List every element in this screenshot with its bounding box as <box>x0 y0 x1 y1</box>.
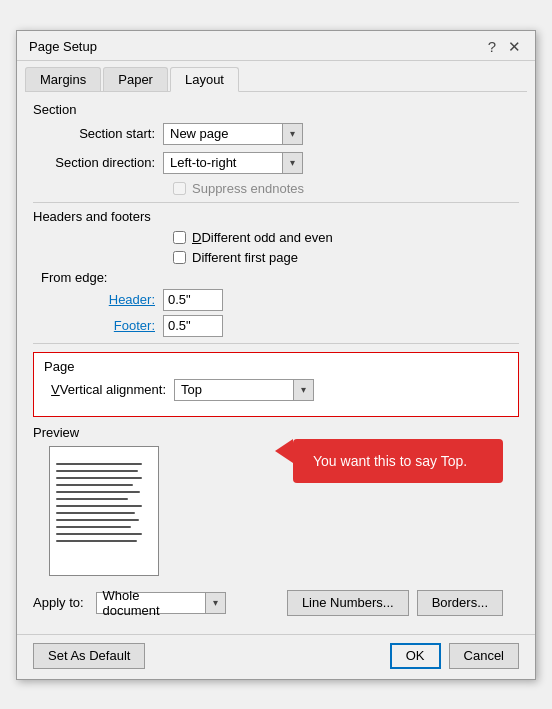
section-start-select[interactable]: New page ▾ <box>163 123 303 145</box>
apply-to-label: Apply to: <box>33 595 84 610</box>
vertical-alignment-row: VVertical alignment: Top ▾ <box>44 379 508 401</box>
section-direction-select[interactable]: Left-to-right ▾ <box>163 152 303 174</box>
title-bar-buttons: ? ✕ <box>486 39 523 54</box>
different-first-page-checkbox[interactable] <box>173 251 186 264</box>
vertical-alignment-label: VVertical alignment: <box>44 382 174 397</box>
different-odd-even-checkbox[interactable] <box>173 231 186 244</box>
tab-layout[interactable]: Layout <box>170 67 239 92</box>
section-start-row: Section start: New page ▾ <box>33 123 519 145</box>
ok-button[interactable]: OK <box>390 643 441 669</box>
dialog-title: Page Setup <box>29 39 97 54</box>
header-input[interactable] <box>163 289 223 311</box>
section-start-label: Section start: <box>33 126 163 141</box>
preview-line <box>56 505 142 507</box>
different-odd-even-label: DDifferent odd and even <box>192 230 333 245</box>
title-bar: Page Setup ? ✕ <box>17 31 535 61</box>
different-first-page-row: Different first page <box>33 250 519 265</box>
different-odd-even-row: DDifferent odd and even <box>33 230 519 245</box>
header-label: Header: <box>33 292 163 307</box>
tabs-row: Margins Paper Layout <box>17 61 535 91</box>
page-setup-dialog: Page Setup ? ✕ Margins Paper Layout Sect… <box>16 30 536 680</box>
dialog-footer: Set As Default OK Cancel <box>17 634 535 679</box>
line-numbers-button[interactable]: Line Numbers... <box>287 590 409 616</box>
headers-footers-label: Headers and footers <box>33 209 519 224</box>
tab-paper[interactable]: Paper <box>103 67 168 91</box>
preview-line <box>56 498 128 500</box>
preview-lines <box>56 463 152 542</box>
page-section-box: Page VVertical alignment: Top ▾ <box>33 352 519 417</box>
tooltip-text: You want this to say Top. <box>313 453 467 469</box>
footer-right: OK Cancel <box>390 643 519 669</box>
vertical-alignment-select[interactable]: Top ▾ <box>174 379 314 401</box>
suppress-endnotes-row: Suppress endnotes <box>33 181 519 196</box>
section-direction-arrow: ▾ <box>282 153 302 173</box>
preview-line <box>56 512 135 514</box>
page-section-label: Page <box>44 359 508 374</box>
preview-box <box>49 446 159 576</box>
dialog-content: Section Section start: New page ▾ Sectio… <box>17 92 535 634</box>
vertical-alignment-arrow: ▾ <box>293 380 313 400</box>
section-start-arrow: ▾ <box>282 124 302 144</box>
header-row: Header: <box>33 289 519 311</box>
tab-margins[interactable]: Margins <box>25 67 101 91</box>
close-button[interactable]: ✕ <box>506 39 523 54</box>
cancel-button[interactable]: Cancel <box>449 643 519 669</box>
headers-footers-section: Headers and footers DDifferent odd and e… <box>33 209 519 337</box>
preview-line <box>56 519 139 521</box>
set-as-default-button[interactable]: Set As Default <box>33 643 145 669</box>
apply-to-row: Apply to: Whole document ▾ Line Numbers.… <box>33 584 519 624</box>
preview-line <box>56 477 142 479</box>
preview-line <box>56 533 142 535</box>
tooltip-bubble: You want this to say Top. <box>293 439 503 483</box>
suppress-endnotes-label: Suppress endnotes <box>192 181 304 196</box>
footer-input[interactable] <box>163 315 223 337</box>
different-first-page-label: Different first page <box>192 250 298 265</box>
apply-to-arrow: ▾ <box>205 593 225 613</box>
borders-button[interactable]: Borders... <box>417 590 503 616</box>
preview-line <box>56 491 140 493</box>
suppress-endnotes-checkbox[interactable] <box>173 182 186 195</box>
help-button[interactable]: ? <box>486 39 498 54</box>
section-group-label: Section <box>33 102 519 117</box>
from-edge-label: From edge: <box>33 270 519 285</box>
section-direction-label: Section direction: <box>33 155 163 170</box>
footer-left: Set As Default <box>33 643 145 669</box>
section-direction-row: Section direction: Left-to-right ▾ <box>33 152 519 174</box>
preview-label: Preview <box>33 425 519 440</box>
preview-line <box>56 526 131 528</box>
footer-label: Footer: <box>33 318 163 333</box>
preview-line <box>56 540 137 542</box>
preview-line <box>56 484 133 486</box>
preview-line <box>56 470 138 472</box>
footer-row: Footer: <box>33 315 519 337</box>
preview-line <box>56 463 142 465</box>
tooltip-arrow <box>275 439 293 463</box>
apply-to-select[interactable]: Whole document ▾ <box>96 592 226 614</box>
